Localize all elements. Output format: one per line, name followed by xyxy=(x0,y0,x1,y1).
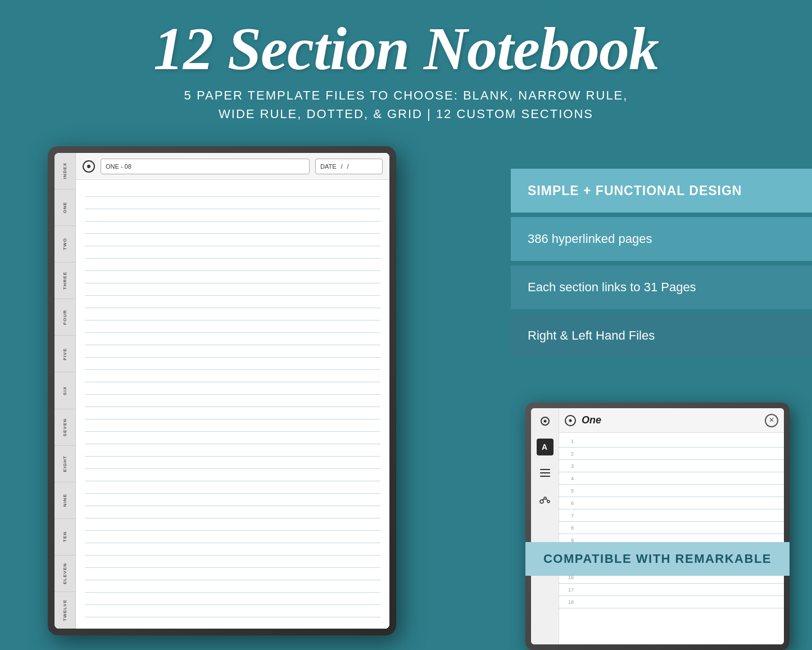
feature-section-label: Each section links to 31 Pages xyxy=(528,280,696,295)
close-icon[interactable]: ✕ xyxy=(765,414,778,427)
right-line-18: 18 xyxy=(559,596,784,608)
paper-line xyxy=(85,209,380,222)
tab-ten[interactable]: TEN xyxy=(55,519,75,556)
toolbar-menu-icon[interactable] xyxy=(537,464,554,481)
svg-line-9 xyxy=(542,499,544,500)
subtitle-line2: WIDE RULE, DOTTED, & GRID | 12 CUSTOM SE… xyxy=(219,107,593,121)
toolbar-draw-icon[interactable] xyxy=(537,490,554,507)
device-left: INDEX ONE TWO THREE FOUR FIVE SI xyxy=(48,146,396,635)
tab-five[interactable]: FIVE xyxy=(55,336,75,372)
paper-line xyxy=(85,358,380,370)
paper-line xyxy=(85,271,380,283)
feature-hyperlinked: 386 hyperlinked pages xyxy=(511,217,812,261)
right-section-title: One xyxy=(582,414,759,426)
subtitle: 5 PAPER TEMPLATE FILES TO CHOOSE: BLANK,… xyxy=(34,86,778,123)
right-line-7: 7 xyxy=(559,509,784,522)
toolbar-text-icon[interactable]: A xyxy=(537,439,554,455)
feature-hyperlinked-label: 386 hyperlinked pages xyxy=(528,232,652,246)
right-line-6: 6 xyxy=(559,497,784,509)
paper-line xyxy=(85,259,380,271)
svg-line-10 xyxy=(546,498,547,500)
tab-six[interactable]: SIX xyxy=(55,372,75,409)
paper-line xyxy=(85,605,380,617)
right-header-circle-icon xyxy=(565,415,576,426)
paper-line xyxy=(85,506,380,518)
feature-design-label: SIMPLE + FUNCTIONAL DESIGN xyxy=(528,183,742,198)
right-line-4: 4 xyxy=(559,472,784,485)
header-section-label: ONE - 08 xyxy=(106,163,131,170)
right-lined-paper: 1 2 3 4 5 6 7 8 9 10 15 16 17 18 xyxy=(559,433,784,644)
right-line-5: 5 xyxy=(559,485,784,497)
svg-point-1 xyxy=(543,420,546,423)
paper-line xyxy=(85,469,380,481)
paper-line xyxy=(85,345,380,358)
tab-seven[interactable]: SEVEN xyxy=(55,409,75,446)
paper-line xyxy=(85,296,380,308)
right-line-8: 8 xyxy=(559,522,784,534)
tab-three[interactable]: THREE xyxy=(55,263,75,299)
right-header: One ✕ xyxy=(559,408,784,433)
notebook-content: ONE - 08 DATE / / xyxy=(76,153,389,629)
paper-line xyxy=(85,333,380,345)
right-line-17: 17 xyxy=(559,584,784,596)
right-toolbar: A xyxy=(531,408,559,644)
tab-eleven[interactable]: ELEVEN xyxy=(55,556,75,592)
tab-twelve[interactable]: TWELVE xyxy=(55,592,75,629)
paper-line xyxy=(85,321,380,333)
tab-one[interactable]: ONE xyxy=(55,189,75,226)
paper-line xyxy=(85,382,380,395)
paper-line xyxy=(85,593,380,605)
compatible-banner: COMPATIBLE WITH REMARKABLE xyxy=(525,542,790,576)
notebook-frame: INDEX ONE TWO THREE FOUR FIVE SI xyxy=(48,146,396,635)
paper-line xyxy=(85,419,380,432)
paper-line xyxy=(85,308,380,321)
subtitle-line1: 5 PAPER TEMPLATE FILES TO CHOOSE: BLANK,… xyxy=(184,88,628,102)
toolbar-home-icon[interactable] xyxy=(537,413,554,430)
tab-index[interactable]: INDEX xyxy=(55,153,75,189)
paper-line xyxy=(85,518,380,531)
paper-line xyxy=(85,556,380,568)
header-date-box: DATE / / xyxy=(315,159,383,174)
tab-eight[interactable]: EIGHT xyxy=(55,446,75,482)
feature-hand-files: Right & Left Hand Files xyxy=(511,314,812,358)
features-panel: SIMPLE + FUNCTIONAL DESIGN 386 hyperlink… xyxy=(511,169,812,361)
compatible-text: COMPATIBLE WITH REMARKABLE xyxy=(543,552,772,566)
right-line-2: 2 xyxy=(559,448,784,460)
notebook-screen: INDEX ONE TWO THREE FOUR FIVE SI xyxy=(55,153,389,629)
feature-simple-design: SIMPLE + FUNCTIONAL DESIGN xyxy=(511,169,812,213)
paper-line xyxy=(85,568,380,580)
paper-line xyxy=(85,481,380,494)
tab-four[interactable]: FOUR xyxy=(55,299,75,336)
right-line-3: 3 xyxy=(559,460,784,472)
paper-line xyxy=(85,457,380,469)
paper-line xyxy=(85,432,380,444)
svg-rect-3 xyxy=(540,469,550,470)
tab-nine[interactable]: NINE xyxy=(55,482,75,519)
notebook-header: ONE - 08 DATE / / xyxy=(76,153,389,180)
device-right-frame: A xyxy=(525,403,790,650)
paper-line xyxy=(85,580,380,593)
svg-text:A: A xyxy=(542,443,547,452)
side-tabs: INDEX ONE TWO THREE FOUR FIVE SI xyxy=(55,153,76,629)
main-title: 12 Section Notebook xyxy=(34,17,778,80)
header-title-box: ONE - 08 xyxy=(101,159,310,174)
device-right: A xyxy=(525,403,790,650)
svg-rect-4 xyxy=(540,472,550,473)
svg-point-6 xyxy=(540,500,543,503)
date-sep2: / xyxy=(347,163,349,170)
header-circle-icon xyxy=(83,160,95,173)
device-right-screen: A xyxy=(531,408,784,644)
paper-line xyxy=(85,197,380,209)
right-content: One ✕ 1 2 3 4 5 6 7 8 9 10 15 16 17 xyxy=(559,408,784,644)
tab-two[interactable]: TWO xyxy=(55,226,75,263)
feature-hand-files-label: Right & Left Hand Files xyxy=(528,328,655,343)
date-sep1: / xyxy=(341,163,343,170)
paper-line xyxy=(85,543,380,556)
paper-line xyxy=(85,444,380,457)
svg-point-7 xyxy=(544,497,546,499)
paper-line xyxy=(85,531,380,543)
paper-line xyxy=(85,283,380,296)
feature-section-links: Each section links to 31 Pages xyxy=(511,265,812,309)
paper-line xyxy=(85,234,380,246)
title-area: 12 Section Notebook 5 PAPER TEMPLATE FIL… xyxy=(0,11,812,129)
